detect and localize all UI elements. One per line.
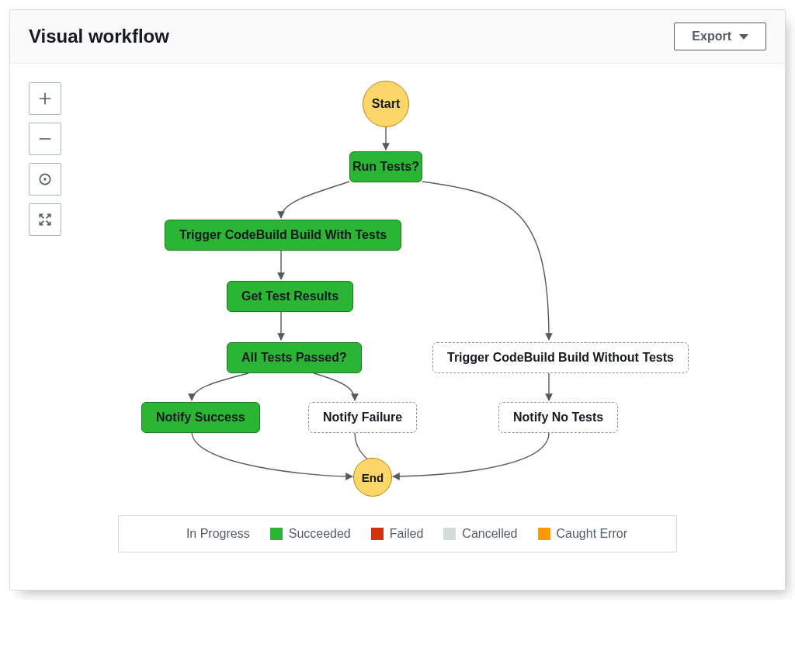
node-notify-no-tests[interactable]: Notify No Tests bbox=[498, 402, 618, 433]
swatch-in-progress bbox=[168, 528, 180, 540]
swatch-cancelled bbox=[443, 528, 456, 540]
node-end[interactable]: End bbox=[353, 458, 392, 497]
target-icon bbox=[37, 171, 53, 187]
export-button[interactable]: Export bbox=[674, 23, 766, 50]
node-notify-failure[interactable]: Notify Failure bbox=[308, 402, 417, 433]
svg-point-1 bbox=[43, 178, 46, 180]
torn-edge-decoration bbox=[10, 573, 785, 590]
swatch-failed bbox=[371, 528, 384, 540]
panel-body: Start Run Tests? Trigger CodeBuild Build… bbox=[10, 64, 785, 573]
graph-edges bbox=[79, 78, 716, 509]
center-button[interactable] bbox=[29, 163, 61, 196]
caret-down-icon bbox=[739, 34, 748, 40]
minus-icon bbox=[37, 131, 53, 147]
legend-caught-error: Caught Error bbox=[538, 527, 628, 541]
visual-workflow-panel: Visual workflow Export bbox=[9, 9, 786, 591]
node-trigger-with-tests[interactable]: Trigger CodeBuild Build With Tests bbox=[165, 220, 401, 251]
legend-in-progress: In Progress bbox=[168, 527, 250, 541]
graph-toolbar bbox=[29, 82, 61, 236]
legend-failed: Failed bbox=[371, 527, 424, 541]
workflow-graph[interactable]: Start Run Tests? Trigger CodeBuild Build… bbox=[79, 78, 716, 509]
export-button-label: Export bbox=[692, 29, 731, 43]
zoom-out-button[interactable] bbox=[29, 123, 61, 155]
node-all-tests-passed[interactable]: All Tests Passed? bbox=[227, 342, 362, 373]
graph-legend: In Progress Succeeded Failed Cancelled C… bbox=[118, 515, 677, 552]
legend-cancelled: Cancelled bbox=[443, 527, 517, 541]
plus-icon bbox=[37, 91, 53, 106]
node-start[interactable]: Start bbox=[363, 81, 409, 127]
panel-header: Visual workflow Export bbox=[10, 10, 785, 64]
node-get-test-results[interactable]: Get Test Results bbox=[227, 281, 353, 312]
swatch-succeeded bbox=[270, 528, 283, 540]
node-notify-success[interactable]: Notify Success bbox=[141, 402, 260, 433]
legend-succeeded: Succeeded bbox=[270, 527, 351, 541]
expand-icon bbox=[37, 212, 53, 227]
node-trigger-without-tests[interactable]: Trigger CodeBuild Build Without Tests bbox=[432, 342, 689, 373]
expand-button[interactable] bbox=[29, 203, 61, 236]
node-run-tests[interactable]: Run Tests? bbox=[349, 151, 422, 182]
swatch-caught-error bbox=[538, 528, 550, 540]
panel-title: Visual workflow bbox=[29, 26, 169, 47]
zoom-in-button[interactable] bbox=[29, 82, 61, 115]
